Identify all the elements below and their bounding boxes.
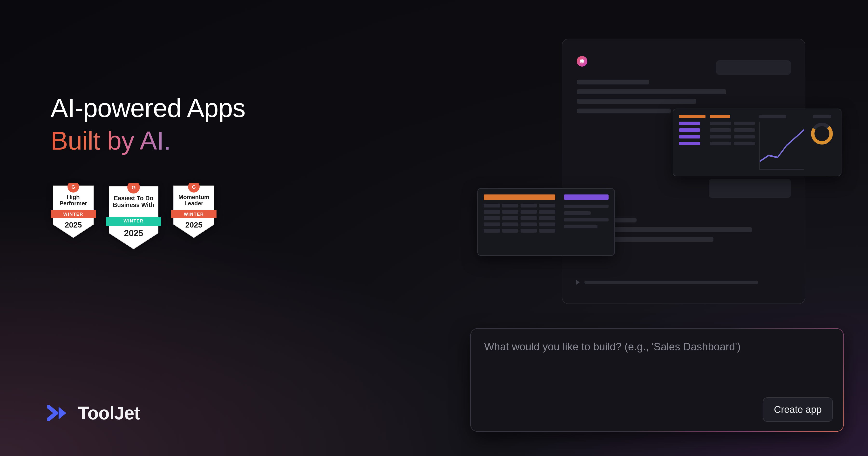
badge-easiest-business: G Easiest To Do Business With WINTER 202… (106, 183, 161, 251)
hero-headline: AI-powered Apps Built by AI. (51, 92, 245, 157)
prompt-input[interactable]: What would you like to build? (e.g., 'Sa… (484, 341, 830, 353)
dashboard-mockup (673, 109, 841, 176)
tooljet-logo-icon (47, 403, 71, 423)
brand-name: ToolJet (78, 402, 140, 423)
svg-text:G: G (71, 184, 75, 190)
create-app-button[interactable]: Create app (763, 397, 833, 422)
badge-season: WINTER (51, 212, 96, 217)
g2-badges-row: G High Performer WINTER 2025 G Easiest T… (51, 183, 245, 251)
badge-momentum-leader: G Momentum Leader WINTER 2025 (171, 183, 217, 239)
badge-year: 2025 (51, 221, 96, 229)
badge-title: Momentum Leader (171, 194, 217, 207)
play-indicator (576, 280, 758, 285)
badge-title: Easiest To Do Business With (106, 195, 161, 208)
badge-high-performer: G High Performer WINTER 2025 (51, 183, 96, 239)
badge-season: WINTER (171, 212, 217, 217)
prompt-card[interactable]: What would you like to build? (e.g., 'Sa… (470, 328, 844, 432)
badge-title: High Performer (51, 194, 96, 207)
table-mockup (477, 188, 615, 256)
donut-chart-icon (810, 122, 834, 146)
badge-season: WINTER (106, 219, 161, 224)
badge-year: 2025 (171, 221, 217, 229)
svg-text:G: G (131, 184, 135, 191)
headline-line2: Built by AI. (51, 126, 171, 155)
brand-logo: ToolJet (47, 402, 140, 423)
headline-line1: AI-powered Apps (51, 93, 245, 122)
mockup-stack: ✱ (497, 38, 839, 352)
play-icon (576, 280, 580, 285)
badge-year: 2025 (106, 228, 161, 238)
close-icon: ✱ (577, 56, 587, 66)
svg-text:G: G (192, 184, 196, 190)
